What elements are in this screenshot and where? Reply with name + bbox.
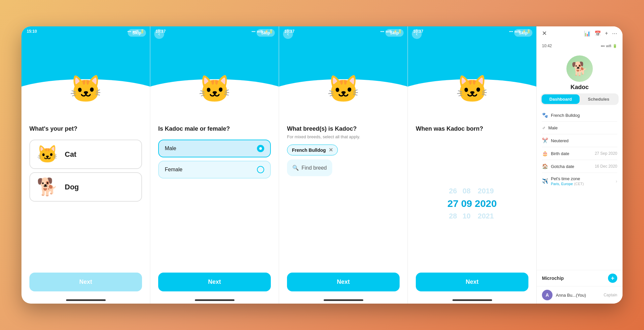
neutered-label: Neutered: [551, 138, 568, 143]
dashboard-tabs: Dashboard Schedules: [541, 93, 619, 105]
neutered-icon: ✂️: [542, 138, 548, 144]
dog-label: Dog: [65, 183, 79, 191]
male-radio-dot: [257, 145, 264, 152]
dash-time: 10:42: [542, 44, 552, 48]
panel3-content: What breed(s) is Kadoc? For mixed breeds…: [279, 119, 408, 297]
add-icon[interactable]: +: [605, 30, 608, 36]
pet-avatar-image: 🐕: [566, 55, 593, 82]
female-radio-dot: [257, 166, 264, 173]
back-button-2[interactable]: ‹: [154, 29, 164, 39]
panel2-content: Is Kadoc male or female? Male Female Nex…: [150, 119, 279, 297]
microchip-label: Microchip: [542, 276, 564, 281]
home-indicator-3: [324, 299, 363, 301]
year-2020[interactable]: 2020: [475, 198, 497, 209]
skip-button-2[interactable]: Skip: [257, 29, 275, 37]
panel4-title: When was Kadoc born?: [416, 125, 528, 132]
panel4-header: 10:37 ▪▪▪ wifi ⚡🔋 ‹ Skip 🐱: [408, 26, 536, 99]
next-button-4[interactable]: Next: [416, 273, 528, 291]
close-button[interactable]: ✕: [542, 30, 547, 37]
day-26[interactable]: 26: [449, 187, 457, 195]
month-column: 08 09 10: [461, 187, 472, 220]
female-option[interactable]: Female: [158, 161, 271, 179]
info-left-breed: 🐾 French Bulldog: [542, 112, 580, 118]
cat-icon: 🐱: [37, 144, 58, 164]
cat-card[interactable]: 🐱 Cat: [29, 140, 142, 169]
info-row-timezone[interactable]: ✈️ Pet's time zone Paris, Europe (CET) ›: [542, 173, 617, 189]
timezone-icon: ✈️: [542, 178, 548, 184]
signal-icon-2: ▪▪▪: [252, 29, 256, 33]
panel2-header: 10:37 ▪▪▪ wifi ⚡🔋 ‹ Skip 🐱: [150, 26, 279, 99]
find-breed-button[interactable]: 🔍 Find breed: [287, 159, 332, 176]
panel1-content: What's your pet? 🐱 Cat 🐕 Dog Next: [21, 119, 150, 297]
microchip-row: Microchip +: [537, 270, 623, 286]
timezone-location: Paris, Europe (CET): [551, 181, 584, 186]
time-1: 15:10: [27, 29, 37, 34]
male-option[interactable]: Male: [158, 140, 271, 157]
panel-pet-type: 15:10 ▪▪▪ wifi 🔋 Skip 🐱 What's your pet?…: [21, 26, 150, 304]
microchip-add-button[interactable]: +: [608, 274, 617, 283]
year-2019[interactable]: 2019: [478, 187, 494, 195]
breed-tag-remove[interactable]: ✕: [329, 147, 333, 153]
tab-dashboard[interactable]: Dashboard: [542, 94, 580, 104]
home-indicator-1: [66, 299, 106, 301]
date-picker: 26 27 28 08 09 10 2019 2020 2021: [416, 134, 528, 273]
info-row-breed: 🐾 French Bulldog: [542, 109, 617, 122]
panel4-content: When was Kadoc born? 26 27 28 08 09 10 2…: [408, 119, 536, 297]
cat-mascot-4: 🐱: [456, 76, 489, 102]
user-row: A Anna Bu...(You) Captain: [537, 286, 623, 304]
back-button-4[interactable]: ‹: [412, 29, 422, 39]
birthdate-icon: 🎂: [542, 150, 548, 156]
back-button-3[interactable]: ‹: [283, 29, 293, 39]
info-row-birthdate: 🎂 Birth date 27 Sep 2020: [542, 147, 617, 160]
dog-card[interactable]: 🐕 Dog: [29, 172, 142, 202]
skip-button-3[interactable]: Skip: [385, 29, 404, 37]
birthdate-value: 27 Sep 2020: [595, 151, 617, 156]
user-name: Anna Bu...(You): [556, 293, 600, 298]
gender-value-label: Male: [548, 125, 557, 130]
dash-wifi-icon: wifi: [606, 44, 611, 48]
month-09[interactable]: 09: [461, 198, 472, 209]
birthdate-label: Birth date: [551, 151, 569, 156]
dash-status-icons: ▪▪▪ wifi 🔋: [601, 44, 617, 48]
home-indicator-4: [452, 299, 492, 301]
timezone-chevron: ›: [616, 179, 617, 184]
panel1-title: What's your pet?: [29, 125, 142, 132]
dashboard-panel: ✕ 📊 📅 + ⋯ 10:42 ▪▪▪ wifi 🔋 🐕 Kadoc Dashb…: [537, 26, 623, 304]
info-left-neutered: ✂️ Neutered: [542, 138, 568, 144]
year-2021[interactable]: 2021: [478, 212, 494, 220]
month-08[interactable]: 08: [463, 187, 471, 195]
home-indicator-2: [195, 299, 234, 301]
next-button-3[interactable]: Next: [287, 273, 400, 291]
gotcha-label: Gotcha date: [551, 164, 574, 169]
skip-button-1[interactable]: Skip: [128, 29, 146, 37]
more-icon[interactable]: ⋯: [612, 30, 617, 37]
chart-icon[interactable]: 📊: [584, 30, 590, 37]
tab-schedules[interactable]: Schedules: [580, 94, 618, 104]
dog-icon: 🐕: [37, 177, 58, 197]
dashboard-header: ✕ 📊 📅 + ⋯: [537, 26, 623, 40]
panel-gender: 10:37 ▪▪▪ wifi ⚡🔋 ‹ Skip 🐱 Is Kadoc male…: [150, 26, 279, 304]
skip-button-4[interactable]: Skip: [514, 29, 532, 37]
day-column: 26 27 28: [447, 187, 458, 220]
gotcha-value: 16 Dec 2020: [595, 164, 617, 169]
day-28[interactable]: 28: [449, 212, 457, 220]
next-button-1[interactable]: Next: [29, 273, 142, 291]
info-row-gotcha: 🏠 Gotcha date 16 Dec 2020: [542, 160, 617, 173]
signal-icon-3: ▪▪▪: [380, 29, 384, 33]
female-label: Female: [165, 167, 182, 173]
panel-breed: 10:37 ▪▪▪ wifi ⚡🔋 ‹ Skip 🐱 What breed(s)…: [279, 26, 408, 304]
cat-mascot-1: 🐱: [69, 76, 102, 102]
month-10[interactable]: 10: [463, 212, 471, 220]
panel-birthdate: 10:37 ▪▪▪ wifi ⚡🔋 ‹ Skip 🐱 When was Kado…: [408, 26, 537, 304]
day-27[interactable]: 27: [447, 198, 458, 209]
bottom-bar-1: [21, 297, 150, 304]
timezone-label: Pet's time zone: [551, 176, 584, 181]
pet-name-label: Kadoc: [570, 84, 589, 91]
gender-icon: ♂: [542, 125, 546, 131]
next-button-2[interactable]: Next: [158, 273, 271, 291]
calendar-icon[interactable]: 📅: [594, 30, 601, 37]
pet-avatar-section: 🐕 Kadoc: [537, 51, 623, 93]
signal-icon-4: ▪▪▪: [509, 29, 513, 33]
info-row-gender: ♂ Male: [542, 122, 617, 134]
info-row-neutered: ✂️ Neutered: [542, 134, 617, 147]
